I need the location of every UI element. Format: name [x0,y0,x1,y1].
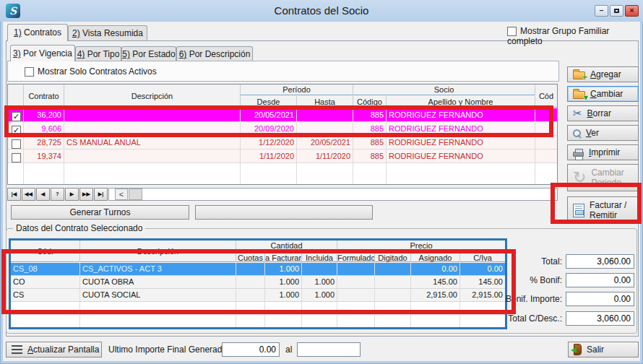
empty-cell [11,315,80,327]
detail-row[interactable]: CSCUOTA SOCIAL1.0001.0002,915.002,915.00 [11,289,505,302]
total-c-desc-input[interactable] [566,311,634,326]
cell-apellido: RODRIGUEZ FERNANDO [387,136,535,149]
ver-label: Ver [586,128,599,138]
cell-contrato: 9,606 [24,122,64,135]
nav-button-0[interactable]: |◀ [7,188,21,201]
salir-button[interactable]: Salir [568,342,639,358]
minimize-button[interactable]: – [595,5,608,17]
row-checkbox[interactable]: ✓ [12,126,21,135]
nav-button-1[interactable]: ◀◀ [22,188,35,201]
scrollbar-thumb[interactable] [129,188,142,200]
nav-button-2[interactable]: ◀ [36,188,50,201]
actualizar-pantalla-label: Actualizar Pantalla [27,344,99,355]
cell-cb: ✓ [8,108,24,121]
facturar-remitir-label: Facturar / Remitir [590,200,638,220]
dcell-a_facturar: 1.000 [265,276,302,288]
blank-button[interactable] [195,205,373,220]
dheader-cod: Cód. [11,240,80,262]
tab-por-tipo[interactable]: 4) Por Tipo [75,46,121,61]
contracts-grid-header: Contrato Descripción Período Desde Hasta… [8,84,557,108]
scissors-icon: ✂ [573,107,582,120]
dheader-cuotas: Cuotas [236,252,265,264]
actives-filter[interactable]: Mostrar Solo Contratos Activos [25,66,157,77]
dcell-digitado [375,289,411,301]
tab-por-vigencia[interactable]: 3) Por Vigencia [10,45,75,61]
empty-cell [265,302,302,314]
cambiar-button[interactable]: ▼Cambiar [567,86,639,102]
contract-row[interactable]: 19,3741/11/20201/11/2020885RODRIGUEZ FER… [8,150,557,163]
al-label: al [285,344,292,355]
actives-filter-checkbox[interactable] [25,67,34,77]
detail-row[interactable]: COCUOTA OBRA1.0001.000145.00145.00 [11,276,505,289]
actualizar-pantalla-button[interactable]: Actualizar Pantalla [6,342,102,358]
exit-door-icon [574,344,582,355]
row-checkbox[interactable] [12,139,21,149]
tab-contratos[interactable]: 1) Contratos [7,24,68,41]
total-c-desc-label: Total C/Desc.: [446,313,562,324]
empty-cell [387,163,535,184]
empty-cell [535,163,557,184]
family-filter-label: Mostrar Grupo Familiar completo [507,26,609,46]
tab-vista-resumida[interactable]: 2) Vista Resumida [68,25,147,40]
nav-button-6[interactable]: ▶| [94,188,108,201]
bonif-input[interactable] [566,273,634,287]
nav-button-4[interactable]: ▶ [65,188,79,201]
contract-row[interactable]: 28,725CS MANUAL ANUAL1/12/202020/05/2021… [8,136,557,150]
generar-turnos-button[interactable]: Generar Turnos [11,205,189,220]
nav-button-3[interactable]: ? [51,188,64,201]
cell-hasta [297,122,353,135]
dcell-digitado [375,276,411,288]
tab-por-descripcion[interactable]: 6) Por Descripción [176,46,253,61]
dcell-formulado [337,276,375,288]
row-checkbox[interactable]: ✓ [12,112,21,121]
dcell-incluida: 1.000 [302,289,337,301]
cell-desde: 1/11/2020 [241,150,297,162]
dcell-cod: CO [11,276,80,288]
actives-filter-label: Mostrar Solo Contratos Activos [38,66,157,77]
header-periodo-group: Período [241,84,353,95]
grid-h-scrollbar[interactable]: < [108,188,558,201]
dcell-formulado [337,289,375,301]
family-filter-checkbox[interactable] [507,27,517,36]
imprimir-button[interactable]: Imprimir [567,144,639,160]
cell-apellido: RODRIGUEZ FERNANDO [387,122,535,135]
row-checkbox[interactable] [12,153,21,162]
detail-row[interactable]: CS_08CS_ACTIVOS - ACT 31.0000.000.00 [11,263,505,276]
cell-codigo: 885 [353,150,387,162]
cell-desde: 20/05/2021 [241,108,297,121]
cell-cb [8,136,24,149]
close-button[interactable]: × [625,5,639,17]
header-contrato: Contrato [24,84,64,108]
cell-cod2 [535,150,557,162]
dcell-descripcion: CUOTA OBRA [80,276,236,288]
imprimir-label: Imprimir [589,147,620,157]
total-input[interactable] [566,254,634,269]
family-filter[interactable]: Mostrar Grupo Familiar completo [507,26,643,46]
detail-empty-row [11,315,505,328]
title-bar[interactable]: S Contratos del Socio – × [0,0,643,22]
dcell-incluida [302,263,337,275]
empty-cell [375,315,411,327]
tab-por-estado[interactable]: 5) Por Estado [121,46,176,61]
empty-cell [11,302,80,314]
cambiar-label: Cambiar [590,89,623,99]
al-input[interactable] [297,342,361,357]
agregar-button[interactable]: +Agregar [567,66,639,82]
ver-button[interactable]: Ver [567,125,639,141]
detail-grid[interactable]: Cód. Descripción Cantidad Cuotas a Factu… [9,238,507,329]
nav-button-5[interactable]: ▶▶ [79,188,93,201]
maximize-button[interactable] [610,5,623,17]
contract-row[interactable]: ✓36,20020/05/2021885RODRIGUEZ FERNANDO [8,108,557,122]
bonif-importe-input[interactable] [566,292,634,306]
scroll-left-button[interactable]: < [115,188,128,200]
facturar-remitir-button[interactable]: Facturar / Remitir [567,196,639,224]
cell-desde: 1/12/2020 [241,136,297,149]
contract-row[interactable]: ✓9,60620/09/2020885RODRIGUEZ FERNANDO [8,122,557,136]
contracts-grid[interactable]: Contrato Descripción Período Desde Hasta… [7,84,558,185]
borrar-button[interactable]: ✂Borrar [567,105,639,121]
header-hasta: Hasta [297,96,353,108]
dcell-cod: CS_08 [11,263,80,275]
cell-hasta [297,108,353,121]
ultimo-importe-input[interactable] [222,342,280,357]
empty-cell [265,315,302,327]
